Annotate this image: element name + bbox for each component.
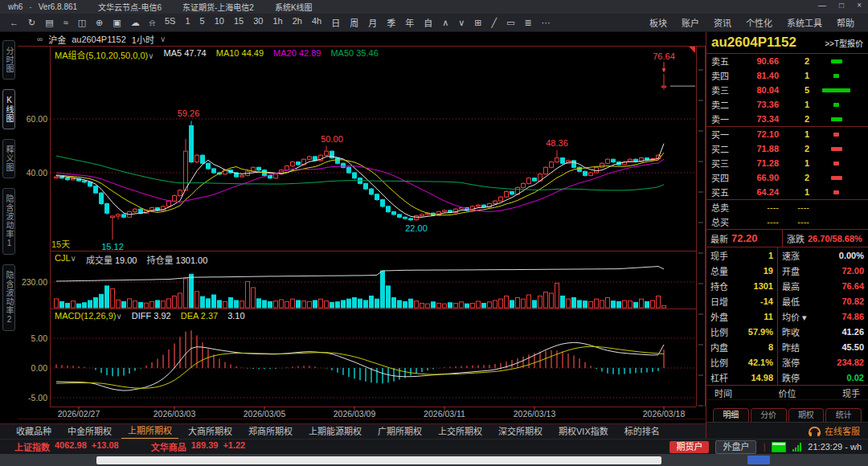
level-row-卖一[interactable]: 卖一73.342	[706, 112, 868, 126]
kline-chart[interactable]: 60.0040.00230.005.000.00-5.002026/02/272…	[18, 46, 706, 419]
wenhua-index-ticker[interactable]: 文华商品189.39+1.22	[151, 440, 246, 453]
rect-tool-icon[interactable]: ▭	[502, 18, 519, 28]
link-icon[interactable]: ∞	[37, 35, 43, 43]
period-button-30[interactable]: 30	[248, 16, 268, 29]
level-qty-bar	[833, 74, 839, 78]
panel-tab-期权[interactable]: 期权	[788, 408, 825, 422]
sidebar-item-隐含波动率1[interactable]: 隐含波动率1	[2, 188, 15, 255]
level-row-买三[interactable]: 买三71.281	[706, 156, 868, 170]
level-price: 64.24	[737, 187, 779, 197]
totals-rows: 总卖--------总买--------	[706, 200, 868, 230]
back-icon[interactable]: ←	[5, 18, 23, 28]
exchange-tab-上交所期权[interactable]: 上交所期权	[432, 424, 489, 439]
cjl-label[interactable]: CJL	[55, 253, 71, 263]
add-pane-icon[interactable]: ⊞	[469, 18, 486, 28]
menu-个性化[interactable]: 个性化	[739, 16, 780, 29]
sh-index-ticker[interactable]: 上证指数4062.98+13.08	[14, 440, 119, 453]
level-row-买二[interactable]: 买二71.882	[706, 141, 868, 156]
more-icon[interactable]: ⋯	[537, 18, 555, 28]
period-button-5[interactable]: 5	[195, 16, 210, 29]
exchange-tab-bar: 收藏品种中金所期权上期所期权大商所期权郑商所期权上期能源期权广期所期权上交所期权…	[0, 423, 706, 439]
minimize-button[interactable]: —	[818, 1, 826, 10]
cloud-sync-icon[interactable]: ☁	[126, 18, 145, 28]
period-button-自[interactable]: 自	[419, 16, 437, 29]
period-button-4h[interactable]: 4h	[307, 16, 326, 29]
stat-value: 1301	[754, 281, 773, 291]
collapse-down-icon[interactable]: ∨	[453, 18, 469, 28]
stat-value: -14	[760, 296, 773, 306]
level-row-卖四[interactable]: 卖四81.401	[706, 68, 868, 83]
chart-period-select[interactable]: 1小时	[132, 33, 154, 46]
index-name: 上证指数	[14, 440, 50, 453]
period-button-年[interactable]: 年	[400, 16, 419, 29]
period-button-10[interactable]: 10	[210, 16, 229, 29]
sidebar-item-K线图[interactable]: K线图	[2, 89, 15, 129]
ma-combo-label[interactable]: MA组合(5,10,20,50,0,0)	[55, 51, 148, 60]
exchange-tab-上期能源期权[interactable]: 上期能源期权	[302, 424, 368, 439]
exchange-tab-中金所期权[interactable]: 中金所期权	[61, 424, 118, 439]
sidebar-item-释义图[interactable]: 释义图	[2, 139, 15, 178]
sidebar-item-分时图[interactable]: 分时图	[2, 40, 15, 80]
t-quote-link[interactable]: >>T型报价	[825, 37, 863, 49]
quote-list-icon[interactable]: ▤	[40, 18, 58, 28]
exchange-tab-上期所期权[interactable]: 上期所期权	[121, 423, 178, 439]
period-button-1[interactable]: 1	[180, 16, 194, 29]
level-row-买一[interactable]: 买一72.101	[706, 126, 868, 141]
panel-tab-分价[interactable]: 分价	[751, 408, 787, 422]
chevron-down-icon[interactable]: ∨	[148, 51, 154, 60]
indicator-box-icon[interactable]: ▣	[108, 18, 125, 28]
chevron-down-icon[interactable]: ∨	[116, 312, 121, 321]
menu-账户[interactable]: 账户	[674, 16, 706, 29]
taskbar-app-strip[interactable]	[96, 456, 661, 464]
exchange-tab-广期所期权[interactable]: 广期所期权	[371, 424, 428, 439]
chevron-down-icon[interactable]: ∨	[71, 254, 76, 263]
period-button-5S[interactable]: 5S	[160, 16, 180, 29]
panel-tab-统计[interactable]: 统计	[825, 408, 862, 422]
chevron-down-icon[interactable]: ∨	[160, 35, 166, 43]
period-button-月[interactable]: 月	[363, 16, 382, 29]
period-button-日[interactable]: 日	[326, 16, 345, 29]
collapse-up-icon[interactable]: ∧	[437, 18, 453, 28]
level-row-买五[interactable]: 买五64.241	[706, 185, 868, 199]
period-button-1h[interactable]: 1h	[268, 16, 287, 29]
trend-line-icon[interactable]: ╱	[487, 18, 502, 28]
level-qty: 1	[779, 129, 809, 139]
exchange-tab-大商所期权[interactable]: 大商所期权	[182, 424, 239, 439]
kline-icon[interactable]: ◫	[73, 18, 91, 28]
panel-tab-明细[interactable]: 明细	[713, 408, 749, 422]
level-row-买四[interactable]: 买四66.902	[706, 170, 868, 185]
menu-资讯[interactable]: 资讯	[706, 16, 739, 29]
period-button-周[interactable]: 周	[345, 16, 363, 29]
notes-icon[interactable]: ≣	[520, 18, 537, 28]
exchange-tab-期权VIX指数[interactable]: 期权VIX指数	[552, 424, 615, 439]
online-service-link[interactable]: 在线客服	[825, 424, 860, 437]
menu-帮助[interactable]: 帮助	[829, 16, 862, 29]
exchange-tab-收藏品种[interactable]: 收藏品种	[10, 424, 58, 439]
draw-tools-icon[interactable]: ⊕	[91, 18, 108, 28]
exchange-tab-深交所期权[interactable]: 深交所期权	[492, 424, 549, 439]
online-service-row[interactable]: 在线客服	[706, 422, 868, 439]
macd-label[interactable]: MACD(12,26,9)	[55, 311, 116, 321]
refresh-icon[interactable]: ↻	[23, 18, 40, 28]
close-button[interactable]: ×	[857, 1, 862, 10]
maximize-button[interactable]: □	[839, 1, 844, 10]
futures-account-button[interactable]: 期货户	[669, 441, 709, 453]
level-row-卖二[interactable]: 卖二73.361	[706, 97, 868, 112]
period-button-2h[interactable]: 2h	[288, 16, 307, 29]
exchange-tab-标的排名[interactable]: 标的排名	[618, 424, 666, 439]
alert-bell-icon[interactable]: ⍾	[145, 18, 160, 28]
stat-label: 外盘	[710, 310, 728, 323]
stat-label: 现手	[710, 249, 728, 262]
exchange-tab-郑商所期权[interactable]: 郑商所期权	[242, 424, 299, 439]
menu-系统工具[interactable]: 系统工具	[780, 16, 829, 29]
overseas-account-button[interactable]: 外盘户	[715, 440, 756, 454]
taskbar-item[interactable]	[747, 456, 770, 464]
menu-板块[interactable]: 板块	[642, 16, 674, 29]
period-button-15[interactable]: 15	[229, 16, 248, 29]
period-button-季[interactable]: 季	[382, 16, 400, 29]
line-chart-icon[interactable]: ≈	[59, 18, 73, 28]
level-bar-zone	[809, 176, 863, 180]
sidebar-item-隐含波动率2[interactable]: 隐含波动率2	[2, 264, 15, 331]
level-row-卖五[interactable]: 卖五90.662	[706, 54, 868, 68]
level-row-卖三[interactable]: 卖三80.045	[706, 83, 868, 97]
